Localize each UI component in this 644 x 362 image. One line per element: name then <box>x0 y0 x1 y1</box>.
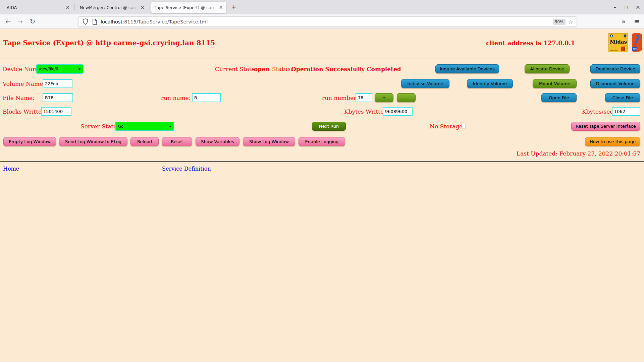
url-host: localhost <box>101 19 122 24</box>
tab-tape-service[interactable]: Tape Service (Expert) @ carme × <box>151 2 226 13</box>
current-state-label: Current State: <box>215 66 257 72</box>
midas-powered-text: powered by <box>610 49 618 51</box>
tab-aida[interactable]: AIDA × <box>3 2 73 13</box>
chevron-down-icon: ▾ <box>169 124 171 129</box>
show-log-window-button[interactable]: Show Log Window <box>243 137 295 146</box>
home-link[interactable]: Home <box>3 166 19 172</box>
identify-volume-button[interactable]: Identify Volume <box>467 79 513 88</box>
bookmark-star-icon[interactable]: ☆ <box>568 18 573 25</box>
empty-log-window-button[interactable]: Empty Log Window <box>3 137 56 146</box>
new-tab-button[interactable]: + <box>229 3 238 12</box>
file-name-label: File Name: <box>3 95 35 101</box>
back-icon[interactable]: ← <box>3 14 13 29</box>
overflow-chevrons-icon[interactable]: » <box>619 14 629 29</box>
how-to-use-this-page-button[interactable]: How to use this page <box>585 137 640 146</box>
url-path: :8115/TapeService/TapeService.tml <box>122 19 208 24</box>
inquire-available-devices-button[interactable]: Inquire Available Devices <box>435 64 499 73</box>
open-file-button[interactable]: Open File <box>541 93 577 102</box>
midas-shield-icon <box>610 34 613 38</box>
tab-title: Tape Service (Expert) @ carme <box>155 5 216 10</box>
dismount-volume-button[interactable]: Dismount Volume <box>590 79 640 88</box>
window-close-button[interactable]: × <box>632 0 644 14</box>
page-icon <box>92 19 97 25</box>
run-number-label: run number: <box>322 95 358 101</box>
midas-shield-icon <box>624 34 627 38</box>
run-number-input[interactable] <box>356 93 372 102</box>
no-storage-checkbox[interactable] <box>461 124 466 128</box>
run-number-increment-button[interactable]: + <box>375 93 393 102</box>
reset-button[interactable]: Reset <box>162 137 192 146</box>
kbytes-written-input[interactable] <box>383 107 413 116</box>
send-log-window-to-elog-button[interactable]: Send Log Window to ELog <box>59 137 127 146</box>
volume-name-input[interactable] <box>43 79 72 88</box>
server-state-value: Go <box>118 124 123 129</box>
blocks-written-input[interactable] <box>41 107 71 116</box>
allocate-device-button[interactable]: Allocate Device <box>525 64 570 73</box>
page-title: Tape Service (Expert) @ http carme-gsi.c… <box>3 39 215 47</box>
midas-tcl-mini-logo <box>621 47 625 51</box>
browser-window: AIDA × NewMerger: Control @ carme × Tape… <box>0 0 644 362</box>
divider <box>0 59 644 59</box>
midas-logo-text: Midas <box>610 39 627 45</box>
tab-close-icon[interactable]: × <box>65 4 70 10</box>
blocks-written-label: Blocks Written: <box>3 108 47 115</box>
tab-close-icon[interactable]: × <box>219 4 223 10</box>
url-bar[interactable]: localhost:8115/TapeService/TapeService.t… <box>78 16 577 27</box>
status-label: Status: <box>272 66 292 72</box>
reload-button[interactable]: Reload <box>130 137 159 146</box>
device-name-select[interactable]: /dev/file/0 ▾ <box>36 64 84 74</box>
url-text[interactable]: localhost:8115/TapeService/TapeService.t… <box>101 19 553 24</box>
midas-logo: Midas powered by <box>608 33 628 52</box>
server-state-label: Server State <box>80 123 117 130</box>
kbytes-per-sec-label: Kbytes/sec: <box>582 108 615 115</box>
tab-newmerger[interactable]: NewMerger: Control @ carme × <box>76 2 148 13</box>
tab-separator <box>74 4 75 10</box>
client-address-text: client address is 127.0.0.1 <box>486 40 575 47</box>
last-updated-text: Last Updated: February 27, 2022 20:01:57 <box>517 150 640 157</box>
tab-close-icon[interactable]: × <box>140 4 145 10</box>
tcl-powered-logo: TCL <box>630 33 643 53</box>
show-variables-button[interactable]: Show Variables <box>196 137 239 146</box>
no-storage-label: No Storage <box>430 123 463 130</box>
tape-service-page: Tape Service (Expert) @ http carme-gsi.c… <box>0 29 644 362</box>
divider <box>0 161 644 162</box>
next-run-button[interactable]: Next Run <box>312 122 346 131</box>
tab-bar: AIDA × NewMerger: Control @ carme × Tape… <box>0 0 644 14</box>
shield-icon[interactable] <box>83 18 88 25</box>
zoom-level-badge[interactable]: 90% <box>553 19 566 25</box>
reload-icon[interactable]: ↻ <box>28 14 38 29</box>
window-maximize-button[interactable]: □ <box>621 0 632 14</box>
close-file-button[interactable]: Close File <box>605 93 640 102</box>
server-state-select[interactable]: Go ▾ <box>115 122 174 131</box>
reset-tape-server-interface-button[interactable]: Reset Tape Server Interface <box>571 122 640 131</box>
device-name-value: /dev/file/0 <box>39 67 58 71</box>
forward-icon[interactable]: → <box>15 14 25 29</box>
service-definition-link[interactable]: Service Definition <box>162 166 211 172</box>
deallocate-device-button[interactable]: Deallocate Device <box>590 64 640 73</box>
navigation-bar: ← → ↻ localhost:8115/TapeService/TapeSer… <box>0 14 644 29</box>
status-value: Operation Successfully Completed <box>291 66 401 72</box>
tcl-logo-text: TCL <box>633 48 637 51</box>
run-name-input[interactable] <box>192 93 221 102</box>
hamburger-menu-icon[interactable]: ≡ <box>632 14 642 29</box>
run-number-decrement-button[interactable]: - <box>397 93 416 102</box>
initialise-volume-button[interactable]: Initialise Volume <box>401 79 449 88</box>
file-name-input[interactable] <box>43 93 73 102</box>
window-minimize-button[interactable]: – <box>609 0 621 14</box>
current-state-value: open <box>254 66 269 72</box>
enable-logging-button[interactable]: Enable Logging <box>299 137 345 146</box>
mount-volume-button[interactable]: Mount Volume <box>533 79 577 88</box>
chevron-down-icon: ▾ <box>78 67 80 71</box>
run-name-label: run name: <box>161 95 191 101</box>
kbytes-per-sec-input[interactable] <box>612 107 640 116</box>
tab-title: AIDA <box>7 5 63 10</box>
volume-name-label: Volume Name: <box>3 80 45 87</box>
tab-title: NewMerger: Control @ carme <box>80 5 138 10</box>
